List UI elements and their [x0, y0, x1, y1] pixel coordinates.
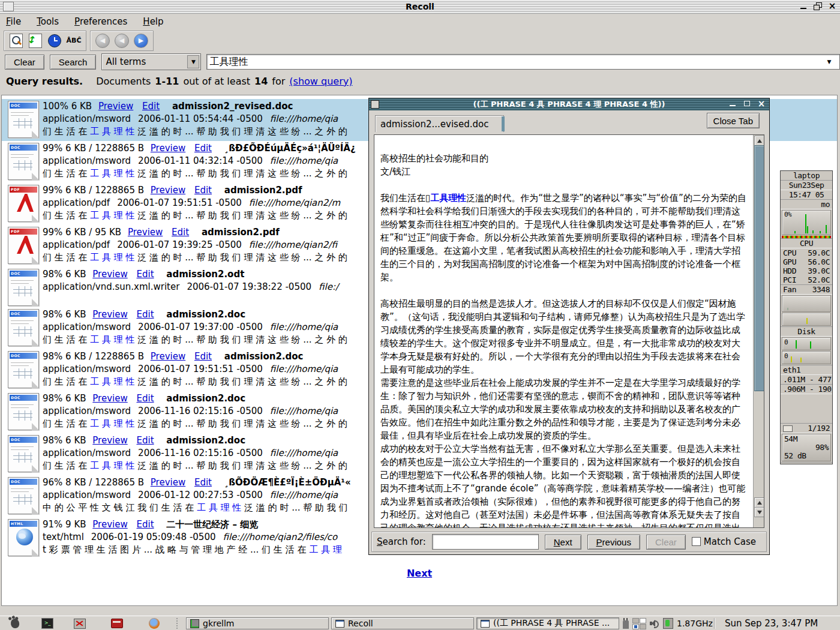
result-score: 98% 6 KB [43, 435, 86, 446]
result-score: 99% 6 KB / 95 KB [43, 227, 121, 238]
gkrellm-monitor: laptop Sun23Sep 15:47 05 mo 0% CPU CPU59… [780, 170, 833, 464]
preview-link[interactable]: Preview [98, 101, 133, 112]
scrollbar-thumb[interactable] [754, 145, 764, 391]
edit-link[interactable]: Edit [194, 477, 212, 488]
menu-file[interactable]: File [6, 16, 21, 27]
advanced-search-icon[interactable] [8, 32, 25, 49]
preview-link[interactable]: Preview [128, 227, 163, 238]
task-gkrellm[interactable]: gkrellm [186, 617, 329, 629]
gnome-menu-icon[interactable] [8, 617, 22, 629]
scroll-up2-icon[interactable] [754, 497, 764, 508]
doc-file-icon: DOC [5, 476, 43, 516]
firefox-icon[interactable] [148, 617, 161, 629]
edit-link[interactable]: Edit [194, 351, 212, 362]
result-url: file:///home/qia [270, 113, 338, 124]
restore-icon[interactable] [812, 2, 823, 11]
preview-maximize-icon[interactable] [742, 100, 752, 108]
find-input[interactable] [432, 534, 539, 550]
power-plug-icon[interactable] [623, 620, 629, 629]
preview-titlebar[interactable]: ((工 PHRASE 4 具 PHRASE 4 理 PHRASE 4 性)) × [369, 98, 769, 110]
preview-link[interactable]: Preview [151, 477, 185, 488]
next-page-link[interactable]: Next [407, 568, 432, 579]
preview-tab[interactable]: admission2...evised.doc [375, 115, 504, 132]
lock-screen-icon[interactable] [73, 617, 86, 629]
preview-link[interactable]: Preview [151, 351, 185, 362]
match-case-checkbox[interactable]: Match Case [692, 536, 756, 547]
term-explorer-icon[interactable]: ÅBĈ [65, 32, 82, 49]
result-mime: application/msword [43, 155, 131, 166]
workspace-pager[interactable] [632, 618, 646, 629]
edit-link[interactable]: Edit [137, 519, 154, 530]
chevron-down-icon[interactable]: ▼ [187, 55, 199, 68]
result-url: file:/ [319, 281, 338, 292]
edit-link[interactable]: Edit [194, 143, 212, 154]
edit-link[interactable]: Edit [137, 393, 154, 404]
edit-link[interactable]: Edit [194, 185, 212, 196]
result-datetime: 2006-01-07 19:38:22 -0500 [187, 281, 311, 292]
edit-link[interactable]: Edit [137, 435, 154, 446]
menu-tools[interactable]: Tools [37, 16, 59, 27]
result-mime: application/pdf [43, 239, 110, 250]
clock-separator [714, 618, 715, 629]
result-datetime: 2006-11-16 02:15:16 -0500 [138, 448, 263, 458]
cpu-frequency-icon[interactable] [663, 618, 673, 629]
main-window-titlebar[interactable]: Recoll × [0, 0, 840, 14]
search-mode-select[interactable]: All terms ▼ [101, 53, 201, 70]
scroll-up-icon[interactable] [754, 136, 764, 146]
preview-link[interactable]: Preview [92, 519, 127, 530]
preview-scrollbar[interactable] [753, 135, 764, 527]
search-history-chevron-icon[interactable]: ▼ [824, 57, 834, 67]
result-url: file:///home/qia [270, 448, 338, 458]
task-recoll[interactable]: Recoll [331, 617, 474, 629]
edit-link[interactable]: Edit [137, 309, 154, 320]
find-previous-button[interactable]: Previous [587, 535, 640, 550]
result-url: file:///home/qia [270, 322, 338, 332]
preview-link[interactable]: Preview [151, 143, 185, 154]
preview-text-area[interactable]: 高校招生的社会功能和目的 文/钱江 我们生活在▯工具理性泛滥的时代。作为“世之显… [374, 134, 764, 528]
edit-link[interactable]: Edit [142, 101, 160, 112]
menu-help[interactable]: Help [143, 16, 163, 27]
menu-preferences[interactable]: Preferences [74, 16, 127, 27]
preview-minimize-icon[interactable] [727, 100, 738, 108]
minimize-icon[interactable] [798, 2, 809, 11]
close-tab-button[interactable]: Close Tab [707, 113, 760, 128]
doc-file-icon: DOC [5, 142, 43, 182]
search-input[interactable] [206, 54, 840, 70]
fan-slider[interactable] [782, 295, 831, 312]
doc-byline: 文/钱江 [380, 165, 748, 178]
preview-close-icon[interactable]: × [756, 100, 767, 108]
prev-page-icon[interactable]: ◀ [113, 32, 130, 49]
result-datetime: 2006-01-07 19:39:25 -0500 [117, 239, 242, 250]
search-button[interactable]: Search [50, 55, 97, 70]
find-next-button[interactable]: Next [545, 535, 581, 550]
result-mime: text/html [43, 532, 84, 542]
preview-link[interactable]: Preview [92, 269, 127, 280]
preview-link[interactable]: Preview [92, 393, 127, 404]
doc-file-icon: DOC [5, 100, 43, 140]
taskbar-clock[interactable]: Sun Sep 23, 3:47 PM [725, 618, 818, 629]
fan-slider2[interactable] [782, 313, 831, 326]
next-page-icon[interactable]: ▶ [133, 32, 149, 49]
terminal-launcher-icon[interactable]: >_ [41, 617, 54, 629]
envelope-icon [783, 425, 793, 432]
preview-link[interactable]: Preview [92, 435, 127, 446]
toolbar: ↕ ÅBĈ ◀ ◀ ▶ [0, 29, 840, 52]
temp-row: PCI52.0C [781, 275, 832, 284]
preview-link[interactable]: Preview [151, 185, 185, 196]
task-preview[interactable]: ((工 PHRASE 4 具 PHRASE ... [476, 617, 619, 629]
clear-button[interactable]: Clear [5, 55, 44, 70]
disk-chart-0: 0 [782, 337, 831, 350]
edit-link[interactable]: Edit [137, 269, 154, 280]
close-icon[interactable]: × [827, 2, 838, 11]
first-page-icon[interactable]: ◀ [94, 32, 111, 49]
sort-icon[interactable]: ↕ [27, 32, 44, 49]
result-title: admission2.doc [166, 309, 245, 320]
speaker-icon[interactable] [650, 619, 659, 628]
edit-link[interactable]: Edit [172, 227, 189, 238]
preview-link[interactable]: Preview [92, 309, 127, 320]
search-row: Clear Search All terms ▼ [0, 53, 840, 71]
history-icon[interactable] [46, 32, 63, 49]
scroll-down-icon[interactable] [754, 507, 764, 517]
text-editor-icon[interactable] [110, 617, 124, 629]
show-query-link[interactable]: (show query) [289, 76, 352, 87]
